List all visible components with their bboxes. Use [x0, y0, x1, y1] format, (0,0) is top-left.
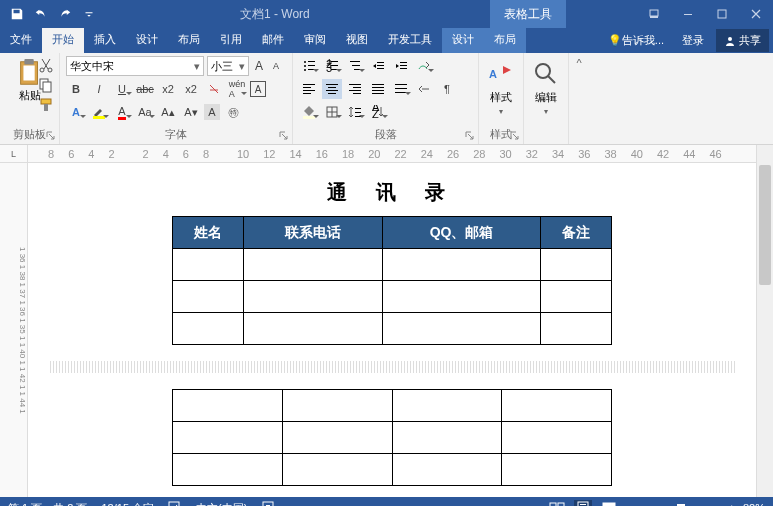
macro-icon[interactable] [261, 500, 275, 506]
shrink-font-button[interactable]: A [269, 57, 283, 75]
bold-button[interactable]: B [66, 79, 86, 99]
char-border-button[interactable]: A [250, 81, 266, 97]
align-center-button[interactable] [322, 79, 342, 99]
table-cell[interactable] [382, 249, 540, 281]
char-shading-button[interactable]: A [204, 104, 220, 120]
table-cell[interactable] [243, 313, 382, 345]
table-cell[interactable] [282, 454, 392, 486]
tab-references[interactable]: 引用 [210, 28, 252, 53]
table-cell[interactable] [173, 249, 244, 281]
zoom-level[interactable]: 82% [743, 502, 765, 506]
contact-table-cont[interactable] [172, 389, 612, 486]
table-cell[interactable] [541, 313, 612, 345]
table-cell[interactable] [282, 422, 392, 454]
borders-button[interactable] [322, 102, 342, 122]
maximize-button[interactable] [705, 0, 739, 28]
zoom-out-button[interactable]: − [626, 502, 632, 506]
ribbon-options-button[interactable] [637, 0, 671, 28]
tell-me[interactable]: 💡告诉我... [602, 29, 670, 52]
table-cell[interactable] [502, 454, 612, 486]
tab-ctx-layout[interactable]: 布局 [484, 28, 526, 53]
dialog-launcher-paragraph[interactable] [465, 131, 475, 141]
grow-font2-button[interactable]: A▴ [158, 102, 178, 122]
change-case-button[interactable]: Aa [135, 102, 155, 122]
table-cell[interactable] [382, 281, 540, 313]
horizontal-ruler[interactable]: 8642246810121416182022242628303234363840… [28, 145, 756, 163]
align-left-button[interactable] [299, 79, 319, 99]
redo-button[interactable] [54, 3, 76, 25]
asian-layout-button[interactable] [414, 56, 434, 76]
phonetic-button[interactable]: wénA [227, 79, 247, 99]
spell-check-icon[interactable] [168, 500, 182, 506]
read-mode-button[interactable] [548, 500, 566, 506]
increase-indent-button[interactable] [391, 56, 411, 76]
cut-button[interactable] [38, 57, 54, 73]
tab-developer[interactable]: 开发工具 [378, 28, 442, 53]
table-header[interactable]: 联系电话 [243, 217, 382, 249]
word-count[interactable]: 12/15 个字 [101, 501, 154, 507]
strikethrough-button[interactable]: abc [135, 79, 155, 99]
tab-mailings[interactable]: 邮件 [252, 28, 294, 53]
table-row[interactable] [173, 422, 612, 454]
table-cell[interactable] [173, 454, 283, 486]
table-header[interactable]: 备注 [541, 217, 612, 249]
table-row[interactable] [173, 249, 612, 281]
table-cell[interactable] [382, 313, 540, 345]
document-heading[interactable]: 通 讯 录 [48, 179, 736, 206]
document-viewport[interactable]: 8642246810121416182022242628303234363840… [28, 145, 756, 497]
table-cell[interactable] [502, 390, 612, 422]
highlight-button[interactable] [89, 102, 109, 122]
tab-file[interactable]: 文件 [0, 28, 42, 53]
table-row[interactable] [173, 313, 612, 345]
table-cell[interactable] [392, 422, 502, 454]
align-right-button[interactable] [345, 79, 365, 99]
superscript-button[interactable]: x2 [181, 79, 201, 99]
table-cell[interactable] [282, 390, 392, 422]
web-layout-button[interactable] [600, 500, 618, 506]
share-button[interactable]: 共享 [716, 29, 769, 52]
table-cell[interactable] [541, 249, 612, 281]
text-effects-button[interactable]: A [66, 102, 86, 122]
table-cell[interactable] [173, 422, 283, 454]
line-spacing-button[interactable] [345, 102, 365, 122]
font-name-combo[interactable]: 华文中宋▾ [66, 56, 204, 76]
page[interactable]: 通 讯 录 姓名联系电话QQ、邮箱备注 [48, 169, 736, 355]
styles-button[interactable]: A 样式 ▾ [485, 56, 517, 116]
numbering-button[interactable]: 123 [322, 56, 342, 76]
table-cell[interactable] [173, 281, 244, 313]
vertical-scrollbar[interactable] [756, 145, 773, 497]
minimize-button[interactable] [671, 0, 705, 28]
bullets-button[interactable] [299, 56, 319, 76]
sort-button[interactable]: AZ [368, 102, 388, 122]
show-marks-button[interactable] [414, 79, 434, 99]
table-cell[interactable] [392, 454, 502, 486]
table-cell[interactable] [502, 422, 612, 454]
table-row[interactable] [173, 390, 612, 422]
page-indicator[interactable]: 第 1 页，共 2 页 [8, 501, 87, 507]
undo-button[interactable] [30, 3, 52, 25]
italic-button[interactable]: I [89, 79, 109, 99]
table-header[interactable]: 姓名 [173, 217, 244, 249]
tab-layout[interactable]: 布局 [168, 28, 210, 53]
justify-button[interactable] [368, 79, 388, 99]
font-color-button[interactable]: A [112, 102, 132, 122]
grow-font-button[interactable]: A [252, 57, 266, 75]
copy-button[interactable] [38, 77, 54, 93]
enclose-char-button[interactable]: ㊕ [223, 102, 243, 122]
table-row[interactable] [173, 454, 612, 486]
subscript-button[interactable]: x2 [158, 79, 178, 99]
tab-design[interactable]: 设计 [126, 28, 168, 53]
distribute-button[interactable] [391, 79, 411, 99]
shading-button[interactable] [299, 102, 319, 122]
paragraph-marks-button[interactable]: ¶ [437, 79, 457, 99]
page-2[interactable] [48, 379, 736, 496]
tab-review[interactable]: 审阅 [294, 28, 336, 53]
table-header[interactable]: QQ、邮箱 [382, 217, 540, 249]
format-painter-button[interactable] [38, 97, 54, 113]
tab-ctx-design[interactable]: 设计 [442, 28, 484, 53]
table-cell[interactable] [392, 390, 502, 422]
clear-format-button[interactable] [204, 79, 224, 99]
qat-customize-button[interactable] [78, 3, 100, 25]
vertical-ruler[interactable]: L 1 36 1 38 1 37 1 36 1 35 1 1 40 1 1 42… [0, 145, 28, 497]
tab-home[interactable]: 开始 [42, 28, 84, 53]
